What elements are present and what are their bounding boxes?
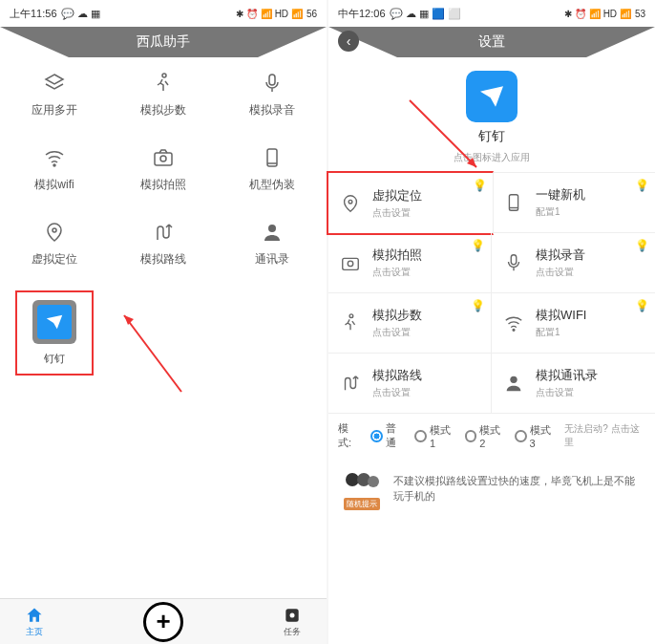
status-battery: 56 — [306, 9, 317, 19]
svg-point-13 — [290, 612, 295, 617]
settings-grid: 虚拟定位点击设置 💡 一键新机配置1 💡 模拟拍照点击设置 💡 模拟录音点击设置… — [328, 172, 655, 414]
svg-point-23 — [349, 314, 353, 318]
nav-home[interactable]: 主页 — [25, 606, 44, 638]
svg-point-25 — [510, 376, 517, 383]
svg-marker-11 — [124, 315, 134, 325]
location-icon — [338, 191, 363, 216]
header: 西瓜助手 — [0, 27, 327, 57]
wifi-icon — [42, 145, 67, 170]
grid-item-wifi[interactable]: 模拟wifi — [0, 132, 109, 206]
fab-add[interactable]: + — [143, 602, 183, 642]
setting-camera[interactable]: 模拟拍照点击设置 💡 — [328, 233, 492, 293]
mode-option-3[interactable]: 模式3 — [515, 423, 555, 449]
status-battery: 53 — [635, 9, 645, 19]
mic-icon — [501, 250, 526, 275]
mode-row: 模式: 普通 模式1 模式2 模式3 无法启动? 点击这里 — [328, 414, 655, 458]
tip-text: 不建议模拟路线设置过快的速度，毕竟飞机上是不能玩手机的 — [393, 473, 642, 504]
camera-icon — [151, 145, 176, 170]
svg-point-5 — [160, 156, 166, 161]
setting-route[interactable]: 模拟路线点击设置 — [328, 354, 492, 414]
grid-item-contacts[interactable]: 通讯录 — [218, 206, 327, 281]
mode-option-2[interactable]: 模式2 — [465, 423, 505, 449]
svg-rect-2 — [269, 75, 275, 85]
phone-icon — [260, 145, 285, 170]
grid-item-route[interactable]: 模拟路线 — [109, 206, 218, 281]
location-icon — [42, 220, 67, 245]
bulb-icon: 💡 — [635, 239, 649, 252]
setting-location[interactable]: 虚拟定位点击设置 💡 — [327, 171, 494, 235]
svg-point-28 — [368, 476, 379, 487]
header-title: 设置 — [478, 33, 505, 51]
route-icon — [151, 220, 176, 245]
contacts-icon — [260, 220, 285, 245]
nav-task[interactable]: 任务 — [283, 606, 302, 638]
app-sub: 点击图标进入应用 — [454, 151, 530, 164]
wifi-icon — [501, 311, 526, 335]
setting-newdevice[interactable]: 一键新机配置1 💡 — [492, 173, 655, 233]
bulb-icon: 💡 — [635, 299, 649, 312]
app-name: 钉钉 — [478, 128, 505, 145]
app-label: 钉钉 — [44, 352, 65, 366]
camera-icon — [338, 250, 363, 275]
status-time: 上午11:56 — [10, 7, 57, 21]
tip-icon: 随机提示 — [342, 465, 382, 511]
app-header: 钉钉 点击图标进入应用 — [328, 57, 655, 172]
walk-icon — [151, 71, 176, 96]
svg-point-1 — [162, 74, 166, 77]
svg-point-3 — [53, 164, 55, 166]
mode-help[interactable]: 无法启动? 点击这里 — [564, 422, 645, 449]
header-title: 西瓜助手 — [137, 33, 190, 51]
setting-wifi[interactable]: 模拟WIFI配置1 💡 — [492, 293, 655, 354]
phone-icon — [501, 190, 526, 215]
grid-item-location[interactable]: 虚拟定位 — [0, 206, 109, 281]
svg-point-21 — [348, 261, 353, 267]
bulb-icon: 💡 — [473, 179, 487, 192]
mode-option-0[interactable]: 普通 — [370, 421, 405, 450]
tip-row: 随机提示 不建议模拟路线设置过快的速度，毕竟飞机上是不能玩手机的 — [328, 458, 655, 519]
back-button[interactable]: ‹ — [338, 31, 359, 52]
mic-icon — [260, 71, 285, 96]
phone-right: 中午12:06 💬 ☁ ▦ 🟦 ⬜ ✱ ⏰ 📶 HD 📶 53 ‹ 设置 钉钉 … — [328, 0, 655, 644]
app-dingtalk[interactable]: 钉钉 — [15, 290, 94, 376]
svg-rect-22 — [511, 255, 517, 265]
status-bar: 中午12:06 💬 ☁ ▦ 🟦 ⬜ ✱ ⏰ 📶 HD 📶 53 — [328, 0, 655, 27]
grid-item-camera[interactable]: 模拟拍照 — [109, 132, 218, 206]
grid-item-device[interactable]: 机型伪装 — [218, 132, 327, 206]
bulb-icon: 💡 — [471, 239, 485, 252]
app-big-icon[interactable] — [466, 71, 518, 122]
svg-rect-4 — [155, 153, 172, 165]
svg-point-26 — [346, 473, 359, 486]
setting-contacts[interactable]: 模拟通讯录点击设置 — [492, 354, 655, 414]
grid-item-multiapp[interactable]: 应用多开 — [0, 57, 109, 132]
grid-item-steps[interactable]: 模拟步数 — [109, 57, 218, 132]
svg-point-9 — [268, 225, 276, 232]
header: ‹ 设置 — [328, 27, 655, 57]
status-bar: 上午11:56 💬 ☁ ▦ ✱ ⏰ 📶 HD 📶 56 — [0, 0, 327, 27]
contacts-icon — [501, 371, 526, 396]
app-icon — [32, 300, 76, 344]
bottom-nav: 主页 + 任务 — [0, 598, 327, 644]
setting-steps[interactable]: 模拟步数点击设置 💡 — [328, 293, 492, 354]
bulb-icon: 💡 — [471, 299, 485, 312]
walk-icon — [338, 311, 363, 335]
svg-point-17 — [349, 200, 352, 204]
mode-label: 模式: — [338, 421, 361, 450]
svg-point-8 — [53, 228, 56, 232]
route-icon — [338, 371, 363, 396]
svg-rect-20 — [343, 258, 359, 269]
annotation-arrow — [115, 306, 191, 401]
layers-icon — [42, 71, 67, 96]
svg-point-24 — [513, 329, 515, 331]
bulb-icon: 💡 — [635, 179, 649, 192]
feature-grid: 应用多开 模拟步数 模拟录音 模拟wifi 模拟拍照 机型伪装 虚拟定位 模拟 — [0, 57, 327, 281]
grid-item-record[interactable]: 模拟录音 — [218, 57, 327, 132]
status-time: 中午12:06 — [338, 7, 386, 21]
mode-option-1[interactable]: 模式1 — [414, 423, 454, 449]
svg-line-10 — [124, 315, 181, 392]
phone-left: 上午11:56 💬 ☁ ▦ ✱ ⏰ 📶 HD 📶 56 西瓜助手 应用多开 模拟… — [0, 0, 327, 644]
setting-record[interactable]: 模拟录音点击设置 💡 — [492, 233, 655, 293]
